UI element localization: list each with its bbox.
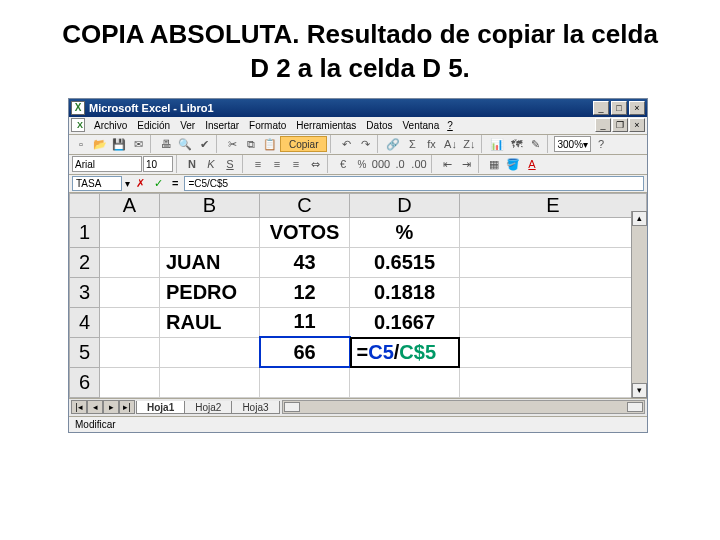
underline-icon[interactable]: S (221, 155, 239, 173)
sheet-tab-hoja2[interactable]: Hoja2 (184, 401, 232, 414)
cell-A3[interactable] (100, 277, 160, 307)
cell-E5[interactable] (460, 337, 647, 367)
indent-inc-icon[interactable]: ⇥ (457, 155, 475, 173)
col-B[interactable]: B (160, 193, 260, 217)
menu-edicion[interactable]: Edición (132, 120, 175, 131)
cell-C6[interactable] (260, 367, 350, 397)
doc-restore-button[interactable]: ❐ (612, 118, 628, 132)
cell-D4[interactable]: 0.1667 (350, 307, 460, 337)
vertical-scrollbar[interactable]: ▴ ▾ (631, 211, 647, 398)
cell-D5-editing[interactable]: =C5/C$5 (350, 337, 460, 367)
scroll-down-icon[interactable]: ▾ (632, 383, 647, 398)
thousands-icon[interactable]: 000 (372, 155, 390, 173)
cell-B2[interactable]: JUAN (160, 247, 260, 277)
currency-icon[interactable]: € (334, 155, 352, 173)
cell-C5[interactable]: 66 (260, 337, 350, 367)
paste-icon[interactable]: 📋 (261, 135, 279, 153)
align-left-icon[interactable]: ≡ (249, 155, 267, 173)
map-icon[interactable]: 🗺 (507, 135, 525, 153)
cell-D2[interactable]: 0.6515 (350, 247, 460, 277)
font-color-icon[interactable]: A (523, 155, 541, 173)
equals-icon[interactable]: = (169, 177, 181, 189)
cell-B4[interactable]: RAUL (160, 307, 260, 337)
tab-first-icon[interactable]: |◂ (71, 400, 87, 414)
preview-icon[interactable]: 🔍 (176, 135, 194, 153)
borders-icon[interactable]: ▦ (485, 155, 503, 173)
merge-icon[interactable]: ⇔ (306, 155, 324, 173)
menu-archivo[interactable]: Archivo (89, 120, 132, 131)
cell-B5[interactable] (160, 337, 260, 367)
cell-C3[interactable]: 12 (260, 277, 350, 307)
size-combo[interactable]: 10 (143, 156, 173, 172)
zoom-combo[interactable]: 300% ▾ (554, 136, 591, 152)
menu-herramientas[interactable]: Herramientas (291, 120, 361, 131)
cell-C2[interactable]: 43 (260, 247, 350, 277)
menu-datos[interactable]: Datos (361, 120, 397, 131)
redo-icon[interactable]: ↷ (356, 135, 374, 153)
align-center-icon[interactable]: ≡ (268, 155, 286, 173)
row-hdr-6[interactable]: 6 (70, 367, 100, 397)
col-C[interactable]: C (260, 193, 350, 217)
row-hdr-5[interactable]: 5 (70, 337, 100, 367)
maximize-button[interactable]: □ (611, 101, 627, 115)
sheet-tab-hoja3[interactable]: Hoja3 (231, 401, 279, 414)
mail-icon[interactable]: ✉ (129, 135, 147, 153)
sort-asc-icon[interactable]: A↓ (441, 135, 459, 153)
cell-E3[interactable] (460, 277, 647, 307)
italic-icon[interactable]: K (202, 155, 220, 173)
row-hdr-2[interactable]: 2 (70, 247, 100, 277)
formula-input[interactable]: =C5/C$5 (184, 176, 644, 191)
scroll-up-icon[interactable]: ▴ (632, 211, 647, 226)
horizontal-scrollbar[interactable] (282, 400, 645, 414)
new-icon[interactable]: ▫ (72, 135, 90, 153)
cell-D3[interactable]: 0.1818 (350, 277, 460, 307)
row-hdr-3[interactable]: 3 (70, 277, 100, 307)
cut-icon[interactable]: ✂ (223, 135, 241, 153)
close-button[interactable]: × (629, 101, 645, 115)
cell-A1[interactable] (100, 217, 160, 247)
cell-A2[interactable] (100, 247, 160, 277)
sum-icon[interactable]: Σ (403, 135, 421, 153)
link-icon[interactable]: 🔗 (384, 135, 402, 153)
cell-A4[interactable] (100, 307, 160, 337)
save-icon[interactable]: 💾 (110, 135, 128, 153)
name-box[interactable]: TASA (72, 176, 122, 191)
drawing-icon[interactable]: ✎ (526, 135, 544, 153)
indent-dec-icon[interactable]: ⇤ (438, 155, 456, 173)
menu-help[interactable]: ? (444, 120, 456, 131)
menu-ventana[interactable]: Ventana (397, 120, 444, 131)
font-combo[interactable]: Arial (72, 156, 142, 172)
row-hdr-1[interactable]: 1 (70, 217, 100, 247)
doc-close-button[interactable]: × (629, 118, 645, 132)
open-icon[interactable]: 📂 (91, 135, 109, 153)
select-all[interactable] (70, 193, 100, 217)
cell-B3[interactable]: PEDRO (160, 277, 260, 307)
minimize-button[interactable]: _ (593, 101, 609, 115)
cell-D6[interactable] (350, 367, 460, 397)
cell-E2[interactable] (460, 247, 647, 277)
cell-A5[interactable] (100, 337, 160, 367)
cell-E6[interactable] (460, 367, 647, 397)
cell-A6[interactable] (100, 367, 160, 397)
cell-B1[interactable] (160, 217, 260, 247)
bold-icon[interactable]: N (183, 155, 201, 173)
menu-formato[interactable]: Formato (244, 120, 291, 131)
cell-C4[interactable]: 11 (260, 307, 350, 337)
fill-color-icon[interactable]: 🪣 (504, 155, 522, 173)
col-E[interactable]: E (460, 193, 647, 217)
col-A[interactable]: A (100, 193, 160, 217)
cell-E1[interactable] (460, 217, 647, 247)
menu-ver[interactable]: Ver (175, 120, 200, 131)
cell-D1[interactable]: % (350, 217, 460, 247)
row-hdr-4[interactable]: 4 (70, 307, 100, 337)
inc-dec-icon[interactable]: .0 (391, 155, 409, 173)
sort-desc-icon[interactable]: Z↓ (460, 135, 478, 153)
enter-icon[interactable]: ✓ (151, 177, 166, 190)
undo-icon[interactable]: ↶ (337, 135, 355, 153)
tab-next-icon[interactable]: ▸ (103, 400, 119, 414)
cell-E4[interactable] (460, 307, 647, 337)
cancel-icon[interactable]: ✗ (133, 177, 148, 190)
spell-icon[interactable]: ✔ (195, 135, 213, 153)
chart-icon[interactable]: 📊 (488, 135, 506, 153)
dec-dec-icon[interactable]: .00 (410, 155, 428, 173)
